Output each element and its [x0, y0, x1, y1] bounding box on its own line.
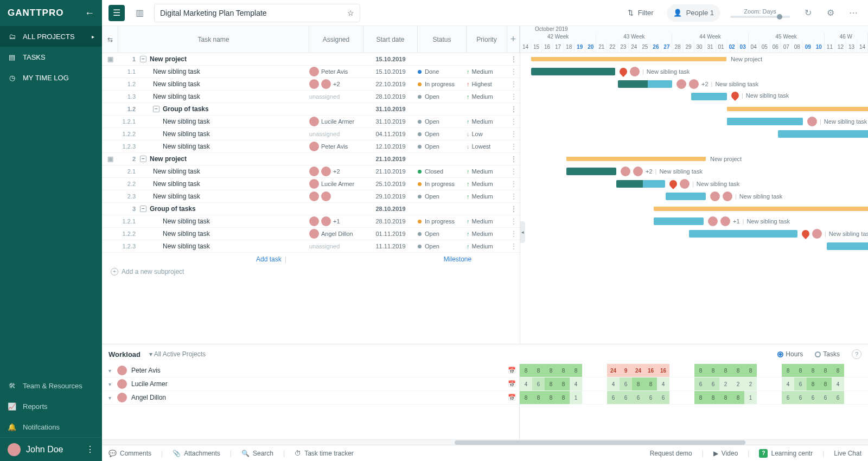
- add-milestone-link[interactable]: Milestone: [444, 255, 471, 263]
- task-row[interactable]: 1.1New sibling taskPeter Avis15.10.2019D…: [102, 66, 520, 78]
- expand-all-button[interactable]: ⇆: [102, 26, 118, 53]
- workload-cell[interactable]: 8: [707, 364, 719, 377]
- row-menu-button[interactable]: ⋮: [507, 93, 520, 100]
- workload-cell[interactable]: 24: [632, 364, 644, 377]
- workload-cell[interactable]: 6: [632, 391, 644, 404]
- date-cell[interactable]: 28.10.2019: [363, 93, 418, 100]
- star-icon[interactable]: ☆: [347, 9, 354, 17]
- assigned-cell[interactable]: Peter Avis: [309, 67, 363, 76]
- workload-cell[interactable]: 8: [744, 364, 757, 377]
- workload-cell[interactable]: 8: [719, 391, 732, 404]
- workload-cell[interactable]: 8: [694, 391, 707, 404]
- collapse-toggle[interactable]: −: [140, 56, 146, 62]
- assigned-cell[interactable]: [309, 191, 363, 201]
- workload-cell[interactable]: 8: [719, 364, 732, 377]
- workload-cell[interactable]: 8: [520, 391, 532, 404]
- scrollbar-thumb[interactable]: [455, 440, 746, 445]
- workload-cell[interactable]: 24: [607, 364, 620, 377]
- assigned-cell[interactable]: +2: [309, 79, 363, 89]
- priority-cell[interactable]: ↑Highest: [467, 81, 507, 87]
- assigned-cell[interactable]: +1: [309, 216, 363, 226]
- task-row[interactable]: 1.2.1New sibling task+128.10.2019In prog…: [102, 215, 520, 228]
- workload-cell[interactable]: [669, 377, 682, 390]
- assigned-cell[interactable]: Peter Avis: [309, 142, 363, 151]
- workload-cell[interactable]: [595, 364, 607, 377]
- filter-button[interactable]: ⇅Filter: [621, 4, 660, 22]
- task-row[interactable]: 1.2.2New sibling taskAngel Dillon01.11.2…: [102, 228, 520, 240]
- workload-cell[interactable]: 6: [807, 391, 819, 404]
- gantt-bar[interactable]: New siblin...: [778, 130, 868, 138]
- task-row[interactable]: 1.2.2New sibling taskunassigned04.11.201…: [102, 128, 520, 140]
- col-start-date[interactable]: Start date: [363, 26, 418, 53]
- workload-cell[interactable]: [857, 391, 868, 404]
- assigned-cell[interactable]: unassigned: [309, 131, 363, 137]
- assigned-cell[interactable]: unassigned: [309, 243, 363, 249]
- status-cell[interactable]: Open: [418, 93, 467, 100]
- workload-cell[interactable]: 8: [520, 364, 532, 377]
- workload-cell[interactable]: 6: [620, 377, 632, 390]
- gantt-bar[interactable]: New project: [566, 157, 706, 161]
- task-row[interactable]: 1.2.3New sibling taskunassigned11.11.201…: [102, 240, 520, 253]
- calendar-icon[interactable]: 📅: [504, 394, 519, 401]
- workload-cell[interactable]: 16: [657, 364, 669, 377]
- date-cell[interactable]: 12.10.2019: [363, 143, 418, 150]
- date-cell[interactable]: 31.10.2019: [363, 106, 418, 112]
- row-menu-button[interactable]: ⋮: [507, 180, 520, 188]
- row-menu-button[interactable]: ⋮: [507, 80, 520, 88]
- workload-cell[interactable]: [769, 364, 782, 377]
- priority-cell[interactable]: ↑Medium: [467, 243, 507, 249]
- workload-cell[interactable]: 1: [570, 391, 582, 404]
- workload-cell[interactable]: 8: [632, 377, 644, 390]
- status-cell[interactable]: In progress: [418, 81, 467, 87]
- row-menu-button[interactable]: ⋮: [507, 155, 520, 163]
- chevron-down-icon[interactable]: ▾: [102, 368, 117, 374]
- workload-cell[interactable]: 9: [620, 364, 632, 377]
- priority-cell[interactable]: ↑Medium: [467, 181, 507, 187]
- status-cell[interactable]: Open: [418, 243, 467, 249]
- add-task-link[interactable]: Add task: [256, 255, 282, 263]
- workload-cell[interactable]: [669, 364, 682, 377]
- workload-cell[interactable]: [582, 377, 595, 390]
- gantt-bar[interactable]: +2|New sibling task: [618, 80, 672, 88]
- workload-cell[interactable]: [682, 377, 694, 390]
- row-menu-button[interactable]: ⋮: [507, 168, 520, 175]
- workload-hours-radio[interactable]: Hours: [777, 350, 803, 358]
- priority-cell[interactable]: ↑Medium: [467, 118, 507, 125]
- workload-cell[interactable]: [857, 377, 868, 390]
- help-icon[interactable]: ?: [852, 349, 861, 359]
- workload-cell[interactable]: 2: [719, 377, 732, 390]
- gantt-bar[interactable]: |New sibling task: [727, 118, 803, 125]
- date-cell[interactable]: 15.10.2019: [363, 68, 418, 75]
- video-link[interactable]: ▶Video: [713, 450, 738, 457]
- workload-cell[interactable]: 8: [782, 364, 794, 377]
- calendar-icon[interactable]: 📅: [504, 367, 519, 374]
- workload-cell[interactable]: [844, 391, 857, 404]
- workload-cell[interactable]: 8: [732, 364, 744, 377]
- add-column-button[interactable]: +: [507, 26, 520, 53]
- collapse-toggle[interactable]: −: [153, 106, 159, 112]
- live-chat-link[interactable]: Live Chat: [834, 450, 861, 457]
- date-cell[interactable]: 28.10.2019: [363, 206, 418, 212]
- board-view-button[interactable]: ▥: [131, 5, 148, 21]
- gantt-bar[interactable]: +2|New sibling task: [566, 168, 616, 175]
- gantt-bar[interactable]: New project: [531, 57, 726, 61]
- workload-cell[interactable]: 8: [732, 391, 744, 404]
- gantt-bar[interactable]: |New sibling task: [691, 93, 727, 100]
- zoom-track[interactable]: [730, 16, 790, 18]
- row-menu-button[interactable]: ⋮: [507, 68, 520, 75]
- history-icon[interactable]: ↻: [800, 5, 816, 21]
- date-cell[interactable]: 22.10.2019: [363, 81, 418, 87]
- zoom-slider[interactable]: Zoom: Days: [730, 8, 790, 18]
- status-cell[interactable]: Open: [418, 230, 467, 237]
- workload-person-row[interactable]: ▾Peter Avis📅: [102, 364, 519, 377]
- status-cell[interactable]: Open: [418, 131, 467, 137]
- col-assigned[interactable]: Assigned: [309, 26, 363, 53]
- gantt-bar[interactable]: +1|New sibling task: [654, 217, 704, 225]
- priority-cell[interactable]: ↑Medium: [467, 230, 507, 237]
- add-subproject-button[interactable]: +Add a new subproject: [102, 265, 520, 278]
- workload-cell[interactable]: 6: [644, 391, 657, 404]
- workload-cell[interactable]: 8: [694, 364, 707, 377]
- date-cell[interactable]: 04.11.2019: [363, 131, 418, 137]
- workload-cell[interactable]: 8: [794, 364, 807, 377]
- status-cell[interactable]: Closed: [418, 168, 467, 175]
